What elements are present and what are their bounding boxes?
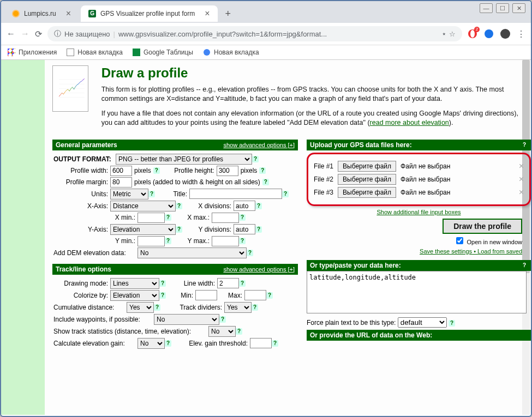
choose-file-button[interactable]: Выберите файл xyxy=(338,174,396,185)
mode-select[interactable]: Lines xyxy=(110,278,159,289)
help-icon[interactable]: ? xyxy=(165,340,171,347)
ymax-label: Y max.: xyxy=(177,237,210,245)
cmax-input[interactable] xyxy=(244,290,266,300)
help-icon[interactable]: ? xyxy=(239,214,246,221)
help-icon[interactable]: ? xyxy=(176,226,182,233)
help-icon[interactable]: ? xyxy=(272,340,278,347)
bookmark-newtab-1[interactable]: Новая вкладка xyxy=(67,49,123,56)
star-icon[interactable]: ☆ xyxy=(449,30,456,38)
help-icon[interactable]: ? xyxy=(255,226,262,233)
height-input[interactable] xyxy=(217,166,238,176)
help-icon[interactable]: ? xyxy=(154,304,160,311)
color-label: Colorize by: xyxy=(53,292,108,299)
xaxis-select[interactable]: Distance xyxy=(110,201,176,211)
clear-file-icon[interactable]: × xyxy=(519,188,524,197)
advanced-toggle-general[interactable]: show advanced options [+] xyxy=(223,142,295,148)
back-button[interactable]: ← xyxy=(7,29,15,39)
maximize-button[interactable]: ☐ xyxy=(496,3,509,13)
ydiv-input[interactable] xyxy=(234,224,255,234)
help-icon[interactable]: ? xyxy=(148,191,155,197)
xmin-input[interactable] xyxy=(138,213,165,223)
help-icon[interactable]: ? xyxy=(153,167,160,174)
file-status: Файл не выбран xyxy=(401,162,450,170)
open-new-window-checkbox[interactable] xyxy=(456,237,463,244)
help-icon[interactable]: ? xyxy=(159,280,166,287)
gain-select[interactable]: No xyxy=(138,338,165,349)
clear-file-icon[interactable]: × xyxy=(519,161,524,171)
url-field[interactable]: ⓘ Не защищено | www.gpsvisualizer.com/pr… xyxy=(47,26,462,41)
google-icon xyxy=(203,49,211,56)
help-icon[interactable]: ? xyxy=(255,203,262,209)
bookmark-sheets[interactable]: Google Таблицы xyxy=(133,49,193,56)
clear-file-icon[interactable]: × xyxy=(519,174,524,184)
help-icon[interactable]: ? xyxy=(159,292,166,299)
title-input[interactable] xyxy=(189,189,282,199)
translate-icon[interactable]: ⭑ xyxy=(443,29,446,38)
reload-button[interactable]: ⟳ xyxy=(35,29,42,39)
help-icon[interactable]: ? xyxy=(165,238,171,244)
wpt-select[interactable]: No xyxy=(154,314,219,325)
opera-ext-icon[interactable] xyxy=(468,29,477,39)
section-paste: Or type/paste your data here: ? xyxy=(307,260,531,271)
help-icon[interactable]: ? xyxy=(252,304,258,311)
help-icon[interactable]: ? xyxy=(176,203,182,209)
margin-input[interactable] xyxy=(110,177,132,188)
close-button[interactable]: ✕ xyxy=(512,3,525,13)
xdiv-input[interactable] xyxy=(234,201,255,211)
elevation-link[interactable]: read more about elevation xyxy=(370,119,449,126)
advanced-toggle-track[interactable]: show advanced options [+] xyxy=(223,266,295,273)
xmax-input[interactable] xyxy=(212,213,239,223)
file-row-1: File #1Выберите файлФайл не выбран× xyxy=(314,161,524,172)
units-select[interactable]: Metric xyxy=(110,189,148,200)
paste-textarea[interactable]: latitude,longitude,altitude xyxy=(307,271,527,313)
yaxis-select[interactable]: Elevation xyxy=(110,224,176,235)
help-icon[interactable]: ? xyxy=(219,316,226,323)
lwidth-input[interactable] xyxy=(217,278,239,288)
stats-select[interactable]: No xyxy=(208,326,236,337)
width-input[interactable] xyxy=(110,166,132,176)
choose-file-button[interactable]: Выберите файл xyxy=(338,187,396,198)
help-icon[interactable]: ? xyxy=(165,214,171,221)
show-more-files-link[interactable]: Show additional file input boxes xyxy=(307,209,531,215)
tab-lumpics[interactable]: Lumpics.ru × xyxy=(4,5,79,22)
help-icon[interactable]: ? xyxy=(449,320,455,327)
help-icon[interactable]: ? xyxy=(252,156,259,162)
div-select[interactable]: Yes xyxy=(224,302,252,313)
minimize-button[interactable]: — xyxy=(480,3,493,13)
tab-gpsvisualizer[interactable]: G GPS Visualizer profile input form × xyxy=(81,5,218,22)
help-icon[interactable]: ? xyxy=(266,292,273,299)
help-icon[interactable]: ? xyxy=(521,262,528,269)
save-settings-link[interactable]: Save these settings xyxy=(420,248,472,255)
thresh-input[interactable] xyxy=(250,338,272,348)
load-settings-link[interactable]: Load from saved xyxy=(477,248,522,255)
help-icon[interactable]: ? xyxy=(239,280,246,287)
bookmark-apps[interactable]: Приложения xyxy=(8,49,57,56)
help-icon[interactable]: ? xyxy=(282,191,289,197)
help-icon[interactable]: ? xyxy=(247,250,253,256)
help-icon[interactable]: ? xyxy=(259,167,266,174)
help-icon[interactable]: ? xyxy=(236,328,242,335)
menu-icon[interactable]: ⋮ xyxy=(517,29,525,39)
info-icon[interactable]: ⓘ xyxy=(54,29,61,39)
help-icon[interactable]: ? xyxy=(262,179,269,185)
tab-close-icon[interactable]: × xyxy=(205,10,210,17)
help-icon[interactable]: ? xyxy=(521,142,528,148)
tab-close-icon[interactable]: × xyxy=(66,10,71,17)
dem-select[interactable]: No xyxy=(138,247,247,258)
output-format-select[interactable]: PNG -- better than JPEG for profiles xyxy=(116,154,252,165)
ymax-input[interactable] xyxy=(212,236,239,246)
forward-button[interactable]: → xyxy=(21,29,29,39)
cum-select[interactable]: Yes xyxy=(127,302,154,313)
bookmark-newtab-2[interactable]: Новая вкладка xyxy=(203,49,259,56)
new-tab-button[interactable]: + xyxy=(220,8,237,20)
globe-ext-icon[interactable] xyxy=(484,29,494,39)
draw-profile-button[interactable]: Draw the profile xyxy=(443,219,522,234)
force-type-select[interactable]: default xyxy=(398,317,447,328)
color-select[interactable]: Elevation xyxy=(110,290,159,301)
stats-label: Show track statistics (distance, time, e… xyxy=(53,328,206,335)
choose-file-button[interactable]: Выберите файл xyxy=(338,161,396,172)
ymin-input[interactable] xyxy=(138,236,165,246)
cmin-input[interactable] xyxy=(195,290,217,300)
help-icon[interactable]: ? xyxy=(239,238,246,244)
avatar-icon[interactable] xyxy=(500,29,510,39)
